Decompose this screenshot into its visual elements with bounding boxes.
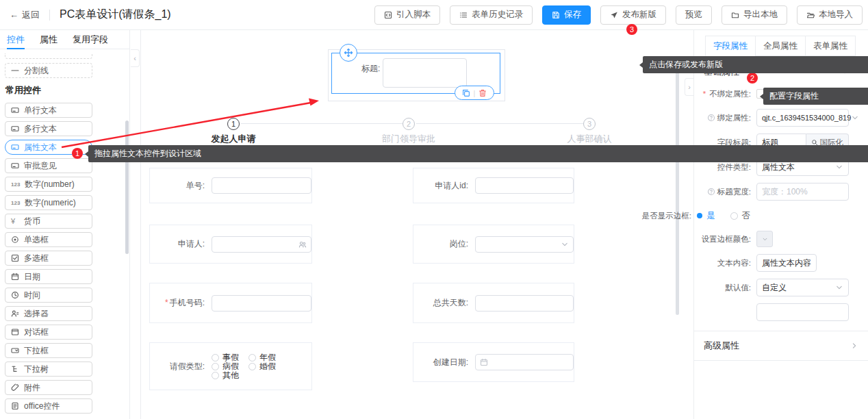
clipped-control-item[interactable] <box>5 53 92 59</box>
save-button[interactable]: 保存 <box>542 5 591 25</box>
create-date-input[interactable] <box>475 354 574 370</box>
tab-reuse-fields[interactable]: 复用字段 <box>73 30 108 49</box>
step-1-circle: 1 <box>227 118 240 130</box>
drag-move-handle[interactable] <box>340 44 357 62</box>
export-local-label: 导出本地 <box>743 9 778 21</box>
sidebar-item-numeric[interactable]: 123 数字(numeric) <box>5 195 92 210</box>
border-color-label: 设置边框颜色: <box>702 234 751 244</box>
radio-option[interactable]: 病假 <box>212 362 239 370</box>
publish-label: 发布新版 <box>622 9 656 21</box>
title-field-input[interactable] <box>383 58 467 88</box>
text-content-input[interactable]: 属性文本内容 <box>756 254 817 272</box>
default-value-select[interactable]: 自定义 <box>756 279 849 296</box>
field-order-no[interactable]: 单号: <box>149 168 312 203</box>
text-content-value: 属性文本内容 <box>762 257 811 269</box>
text-content-label: 文本内容: <box>717 258 751 268</box>
sidebar-item-dialog[interactable]: 对话框 <box>5 325 92 340</box>
sidebar-item-picker[interactable]: 选择器 <box>5 306 92 321</box>
copy-icon[interactable] <box>462 89 470 97</box>
applicant-id-input[interactable] <box>475 177 574 194</box>
canvas-scrollbar[interactable] <box>676 68 679 315</box>
sidebar-item-date[interactable]: 日期 <box>5 269 92 284</box>
tab-global-properties[interactable]: 全局属性 <box>755 36 806 56</box>
folder-icon <box>731 11 739 19</box>
title-width-input[interactable]: 宽度：100% <box>756 183 849 201</box>
number-123-icon: 123 <box>11 181 20 188</box>
radio-icon <box>212 354 219 361</box>
sidebar-item-checkbox[interactable]: 多选框 <box>5 251 92 266</box>
sidebar-item-single-line-text[interactable]: 单行文本 <box>5 103 92 118</box>
sidebar-item-multi-line-text[interactable]: 多行文本 <box>5 121 92 136</box>
sidebar-scrollbar[interactable] <box>125 120 129 254</box>
applicant-input[interactable] <box>212 236 311 253</box>
collapse-sidebar-handle[interactable]: ‹ <box>131 49 140 67</box>
sidebar-item-approval-opinion[interactable]: 审批意见 <box>5 158 92 173</box>
field-total-days[interactable]: 总共天数: <box>413 283 574 323</box>
back-button[interactable]: ← 返回 <box>10 9 40 21</box>
tab-properties[interactable]: 属性 <box>40 30 58 49</box>
field-leave-type[interactable]: 请假类型: 事假 病假 其他 年假 婚假 <box>149 342 312 390</box>
tab-controls[interactable]: 控件 <box>7 30 25 49</box>
sidebar-item-radio[interactable]: 单选框 <box>5 232 92 247</box>
bind-property-select[interactable]: qjt.c_1639451534000_819 <box>756 109 849 127</box>
dialog-icon <box>11 328 19 336</box>
sidebar-item-time[interactable]: 时间 <box>5 288 92 303</box>
default-value-row: 默认值: 自定义 <box>697 279 849 296</box>
sidebar-item-attachment[interactable]: 附件 <box>5 380 92 395</box>
tab-form-properties[interactable]: 表单属性 <box>805 36 856 56</box>
control-label: 分割线 <box>24 65 49 77</box>
guide-tooltip-1: 拖拉属性文本控件到设计区域 <box>88 145 868 162</box>
sidebar-item-dropdown[interactable]: 下拉框 <box>5 343 92 358</box>
border-color-picker[interactable] <box>756 231 773 247</box>
control-label: 多选框 <box>24 253 49 264</box>
position-select[interactable] <box>475 236 574 253</box>
phone-input[interactable] <box>212 295 311 312</box>
total-days-input[interactable] <box>475 295 574 312</box>
radio-option[interactable]: 婚假 <box>248 362 276 370</box>
show-border-yes-radio[interactable]: 是 <box>697 210 715 222</box>
radio-option[interactable]: 年假 <box>248 353 276 361</box>
form-history-label: 表单历史记录 <box>472 9 523 21</box>
clock-icon <box>11 291 19 299</box>
field-label: 创建日期: <box>422 357 468 368</box>
radio-option[interactable]: 其他 <box>212 371 239 379</box>
advanced-properties-section-header[interactable]: 高级属性 <box>694 331 868 361</box>
control-type-label: 控件类型: <box>717 162 751 173</box>
sidebar-item-number[interactable]: 123 数字(number) <box>5 177 92 192</box>
header-divider <box>49 10 50 21</box>
field-create-date[interactable]: 创建日期: <box>413 342 574 382</box>
common-controls-heading: 常用控件 <box>5 84 129 97</box>
guide-badge-2: 2 <box>747 73 758 84</box>
preview-button[interactable]: 预览 <box>676 5 712 25</box>
save-icon <box>552 11 560 19</box>
field-applicant[interactable]: 申请人: <box>149 225 312 264</box>
form-design-canvas[interactable]: 标题: | 1 2 3 发起人申请 部门领导审批 人事部确认 单号: 申请人id… <box>140 30 693 419</box>
field-applicant-id[interactable]: 申请人id: <box>413 168 574 203</box>
custom-default-input[interactable] <box>756 303 849 321</box>
field-phone[interactable]: *手机号码: <box>149 283 312 323</box>
title-width-placeholder: 宽度：100% <box>762 186 808 198</box>
sidebar-item-office-control[interactable]: office控件 <box>5 398 92 414</box>
chevron-down-icon <box>851 114 859 122</box>
radio-option[interactable]: 事假 <box>212 353 239 361</box>
back-arrow-icon: ← <box>10 10 18 20</box>
import-local-button[interactable]: 本地导入 <box>797 5 863 25</box>
field-position[interactable]: 岗位: <box>413 225 574 264</box>
import-local-label: 本地导入 <box>819 9 853 21</box>
order-no-input[interactable] <box>212 177 311 194</box>
history-list-icon <box>459 11 468 19</box>
field-label: 单号: <box>158 180 205 192</box>
component-actions: | <box>455 86 494 100</box>
form-history-button[interactable]: 表单历史记录 <box>450 5 533 25</box>
tab-field-properties[interactable]: 字段属性 <box>705 36 756 56</box>
sidebar-item-currency[interactable]: ¥ 货币 <box>5 214 92 229</box>
expand-panel-handle[interactable]: › <box>685 78 693 96</box>
import-script-button[interactable]: 引入脚本 <box>374 5 440 25</box>
bind-label: 绑定属性: <box>707 113 751 123</box>
show-border-no-radio[interactable]: 否 <box>730 210 751 222</box>
export-local-button[interactable]: 导出本地 <box>722 5 787 25</box>
sidebar-item-dropdown-tree[interactable]: 下拉树 <box>5 361 92 377</box>
publish-new-version-button[interactable]: 发布新版 <box>600 5 666 25</box>
trash-icon[interactable] <box>478 89 487 97</box>
sidebar-item-divider-line[interactable]: 分割线 <box>5 63 92 78</box>
